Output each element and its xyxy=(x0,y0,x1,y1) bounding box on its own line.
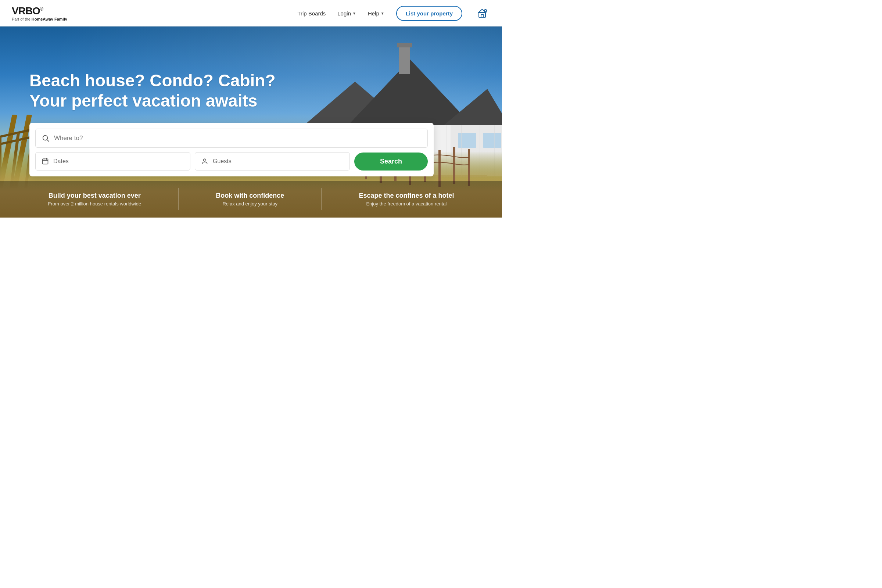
svg-rect-19 xyxy=(483,133,501,148)
svg-line-46 xyxy=(47,140,49,142)
nav-trip-boards[interactable]: Trip Boards xyxy=(297,10,326,16)
homeaway-brand: HomeAway Family xyxy=(32,17,67,21)
search-icon xyxy=(42,134,50,142)
search-row-bottom: Dates Guests Search xyxy=(35,152,428,171)
person-icon xyxy=(201,158,208,165)
dates-label: Dates xyxy=(53,158,69,165)
nav-help[interactable]: Help ▼ xyxy=(368,10,384,16)
destination-input[interactable] xyxy=(54,135,422,142)
house-icon xyxy=(474,5,490,21)
list-property-button[interactable]: List your property xyxy=(396,6,462,21)
logo-text: VRBO xyxy=(12,5,40,16)
destination-field[interactable] xyxy=(35,129,428,148)
strip-title-book: Book with confidence xyxy=(216,192,284,200)
search-box: Dates Guests Search xyxy=(29,123,434,176)
hero-content: Beach house? Condo? Cabin? Your perfect … xyxy=(29,70,434,176)
strip-item-build: Build your best vacation ever From over … xyxy=(48,192,141,207)
strip-divider-1 xyxy=(178,188,178,210)
logo-subtitle: Part of the HomeAway Family xyxy=(12,17,67,22)
nav-login[interactable]: Login ▼ xyxy=(338,10,356,16)
strip-subtitle-book: Relax and enjoy your stay xyxy=(216,201,284,207)
guests-label: Guests xyxy=(213,158,231,165)
guests-field[interactable]: Guests xyxy=(195,152,350,171)
strip-item-escape: Escape the confines of a hotel Enjoy the… xyxy=(358,192,454,207)
logo-area[interactable]: VRBO® Part of the HomeAway Family xyxy=(12,5,67,22)
login-caret: ▼ xyxy=(352,11,356,15)
dates-field[interactable]: Dates xyxy=(35,152,190,171)
svg-rect-1 xyxy=(479,12,486,17)
hero-section: Beach house? Condo? Cabin? Your perfect … xyxy=(0,27,502,218)
bottom-info-strip: Build your best vacation ever From over … xyxy=(0,181,502,218)
svg-rect-47 xyxy=(43,159,48,164)
logo-trademark: ® xyxy=(40,6,43,11)
strip-subtitle-build: From over 2 million house rentals worldw… xyxy=(48,201,141,207)
calendar-icon xyxy=(42,158,49,165)
svg-rect-2 xyxy=(481,14,483,17)
strip-title-escape: Escape the confines of a hotel xyxy=(358,192,454,200)
logo-vrbo: VRBO® xyxy=(12,5,67,17)
svg-rect-11 xyxy=(399,45,410,74)
strip-divider-2 xyxy=(321,188,322,210)
search-row-destination xyxy=(35,129,428,148)
svg-point-51 xyxy=(204,159,206,162)
help-caret: ▼ xyxy=(381,11,384,15)
strip-subtitle-escape: Enjoy the freedom of a vacation rental xyxy=(358,201,454,207)
header: VRBO® Part of the HomeAway Family Trip B… xyxy=(0,0,502,27)
hero-headline: Beach house? Condo? Cabin? Your perfect … xyxy=(29,70,434,111)
svg-rect-0 xyxy=(475,6,489,20)
search-button[interactable]: Search xyxy=(354,153,428,171)
strip-title-build: Build your best vacation ever xyxy=(48,192,141,200)
header-nav: Trip Boards Login ▼ Help ▼ List your pro… xyxy=(297,5,490,21)
svg-rect-12 xyxy=(397,43,412,47)
strip-item-book: Book with confidence Relax and enjoy you… xyxy=(216,192,284,207)
relax-link[interactable]: Relax and enjoy your stay xyxy=(222,201,278,207)
